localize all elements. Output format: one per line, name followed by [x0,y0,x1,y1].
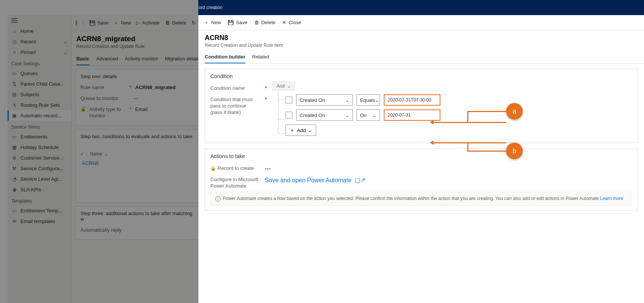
sidebar-item-recent[interactable]: ◷Recent⌄ [8,36,71,47]
sidebar-item-label: Parent Child Case... [20,81,64,87]
app-name[interactable]: Customer Service Hub [69,5,115,10]
tab-basic[interactable]: Basic [76,53,90,65]
rule-name-value[interactable]: ACRN8_migrated [135,85,176,90]
queue-value[interactable]: --- [133,95,138,101]
list-header[interactable]: ✓|Name⌄ [80,150,197,158]
and-operator[interactable]: And⌄ [272,82,295,91]
sidebar-item-sla-kpi[interactable]: ◉SLA KPIs [8,184,71,195]
cmd-label: Delete [261,20,276,25]
sidebar-item-holiday[interactable]: ▦Holiday Schedule [8,142,71,152]
tab-related[interactable]: Related [252,51,269,63]
route-icon: ↯ [11,102,17,108]
breadcrumb-1[interactable]: Service Management [119,5,161,10]
required-icon: * [130,85,131,90]
new-button[interactable]: ＋New [204,19,221,26]
activity-type-value[interactable]: Email [135,106,148,112]
operator-select[interactable]: On⌄ [357,109,380,121]
arrow-line-b [433,142,506,143]
hamburger-button[interactable] [8,15,71,26]
sidebar-item-pinned[interactable]: ✧Pinned⌄ [8,47,71,57]
activate-button[interactable]: ▷Activate [136,20,159,26]
plus-icon: ＋ [114,20,119,26]
record-icon: ▣ [11,112,17,118]
app-launcher-icon[interactable] [11,4,17,11]
info-icon[interactable]: i [76,20,77,26]
value-input-a[interactable]: 2020-07-31T07:30:00 [384,94,440,106]
brand-label: Dynamics 365 [23,5,56,11]
lock-icon: 🔒 [210,166,216,171]
value-input-b[interactable]: 2020-07-31 [384,109,440,121]
activate-icon: ▷ [136,20,140,26]
step-one-section: Step one: details Rule name*ACRN8_migrat… [76,69,202,126]
step-three-section: Step three: additional actions to take a… [76,206,202,240]
form-tabs: Basic Advanced Activity monitor Migratio… [72,53,206,66]
sidebar-item-entitlements[interactable]: ▭Entitlements [8,131,71,142]
op-value: Equals [360,97,375,103]
add-button[interactable]: ＋Add⌄ [286,125,316,136]
new-button[interactable]: ＋New [114,20,131,26]
row-checkbox[interactable] [286,97,292,103]
sidebar-item-home[interactable]: ⌂Home [8,26,71,36]
configure-label: Configure in Microsoft Power Automate [210,177,259,189]
condition-section-title: Condition [210,73,632,79]
info-icon: i [215,196,221,201]
save-icon: 💾 [89,20,95,26]
sidebar-item-entitlement-temp[interactable]: ▭Entitlement Temp... [8,205,71,216]
rule-name-label: Rule name [80,85,126,91]
chevron-down-icon: ⌄ [104,151,108,157]
sidebar-group-title: Templates [8,195,71,205]
arrow-line-a2 [467,111,506,112]
breadcrumb-sep: › [165,5,167,11]
save-button[interactable]: 💾Save [89,20,109,26]
template-icon: ▭ [11,208,17,214]
chevron-down-icon[interactable]: ⌄ [60,5,64,11]
delete-button[interactable]: 🗑Delete [165,20,187,26]
sidebar-item-queues[interactable]: ▭Queues [8,68,71,78]
step-two-section: Step two: conditions to evaluate and act… [76,129,202,203]
close-button[interactable]: ✕Close [282,20,301,25]
field-select[interactable]: Created On⌄ [296,109,353,121]
rule-item-panel: ＋New 💾Save 🗑Delete ✕Close ACRN8 Record C… [198,15,644,303]
sla-icon: ◔ [11,176,17,182]
record-create-value[interactable]: --- [265,165,271,172]
tab-advanced[interactable]: Advanced [96,53,118,65]
lock-icon: 🔒 [80,106,86,119]
activity-type-label: 🔒Activity type to monitor [80,106,126,119]
learn-more-link[interactable]: Learn more [600,196,623,201]
field-select[interactable]: Created On⌄ [296,94,353,106]
plus-icon: ＋ [290,127,295,134]
sidebar-item-routing[interactable]: ↯Routing Rule Sets [8,100,71,110]
cmd-label: New [121,20,131,26]
required-icon: * [130,106,131,112]
breadcrumb-2[interactable]: Automatic record creation [171,5,222,10]
trash-icon: 🗑 [165,20,170,26]
step-three-title: Step three: additional actions to take a… [80,211,197,222]
sidebar-item-automatic-record[interactable]: ▣Automatic record... [8,110,71,121]
row-checkbox[interactable] [286,112,292,118]
sidebar-item-parent-child[interactable]: ⇅Parent Child Case... [8,78,71,89]
sidebar-item-service-config[interactable]: ⚒Service Configura... [8,163,71,174]
pin-icon: ✧ [11,49,17,55]
arrow-head-b [430,140,434,145]
save-open-power-automate-link[interactable]: Save and open Power Automate ▢↗ [265,177,365,184]
operator-select[interactable]: Equals⌄ [357,94,380,106]
sidebar-item-subjects[interactable]: ▤Subjects [8,89,71,100]
sidebar-item-label: Entitlements [20,134,48,140]
config-icon: ⚒ [11,165,17,171]
save-button[interactable]: 💾Save [228,20,247,25]
sidebar-item-email-temp[interactable]: ✉Email templates [8,216,71,226]
delete-button[interactable]: 🗑Delete [254,20,276,25]
list-item[interactable]: ACRN8 [80,158,197,168]
save-icon: 💾 [228,20,234,25]
sidebar-item-label: SLA KPIs [20,187,41,192]
tab-migration[interactable]: Migration details [165,53,201,65]
sidebar-item-customer-service[interactable]: ⚙Customer Service... [8,152,71,163]
info-banner: i Power Automate creates a flow based on… [210,192,632,206]
tab-condition-builder[interactable]: Condition builder [205,51,246,63]
sidebar-item-label: Queues [20,71,38,76]
record-create-label: 🔒Record to create [210,165,259,172]
annotation-b-label: b [506,143,523,159]
sidebar-item-sla[interactable]: ◔Service Level Agr... [8,174,71,184]
add-label: Add [297,128,306,133]
tab-activity-monitor[interactable]: Activity monitor [125,53,158,65]
